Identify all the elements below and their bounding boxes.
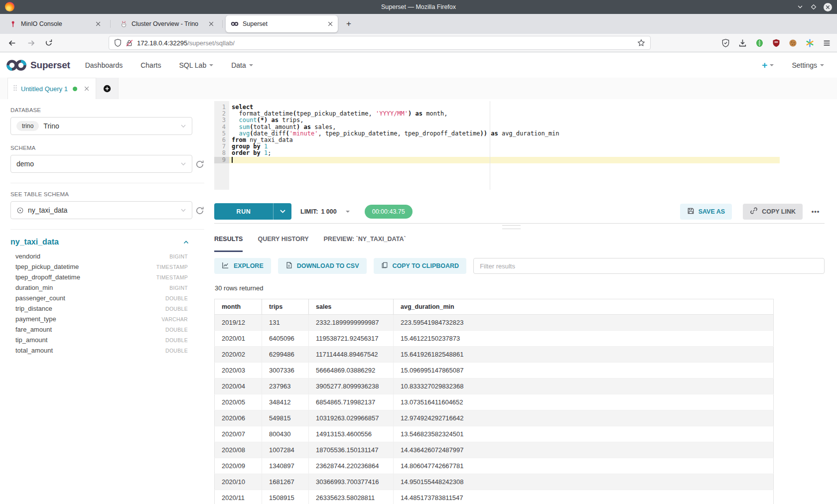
app-nav: DashboardsChartsSQL LabData bbox=[85, 61, 253, 69]
lock-insecure-icon[interactable] bbox=[126, 39, 133, 47]
editor-line[interactable]: 9 bbox=[214, 157, 780, 163]
code-text: group by 1 bbox=[229, 143, 780, 150]
column-row: tpep_dropoff_datetimeTIMESTAMP bbox=[10, 272, 188, 282]
action-button-label: COPY TO CLIPBOARD bbox=[393, 262, 459, 269]
url-bar[interactable]: 172.18.0.4:32295/superset/sqllab/ bbox=[109, 36, 651, 50]
results-tab-preview[interactable]: PREVIEW: `NY_TAXI_DATA` bbox=[324, 229, 406, 252]
sql-toolbar: RUN LIMIT: 1 000 00:00:43.75 SAVE AS COP… bbox=[214, 203, 825, 220]
chevron-down-icon bbox=[346, 211, 350, 213]
browser-tab[interactable]: Cluster Overview - Trino bbox=[115, 15, 219, 32]
new-tab-button[interactable]: + bbox=[343, 18, 355, 30]
table-cell: 10.833327029832368 bbox=[394, 378, 774, 394]
results-tab-query-history[interactable]: QUERY HISTORY bbox=[258, 229, 308, 252]
drag-handle-icon[interactable] bbox=[13, 84, 17, 93]
new-query-tab-button[interactable] bbox=[96, 78, 119, 99]
editor-line[interactable]: 5 avg(date_diff('minute', tpep_pickup_da… bbox=[214, 130, 780, 137]
editor-line[interactable]: 7group by 1 bbox=[214, 143, 780, 150]
superset-logo[interactable]: Superset bbox=[6, 58, 70, 72]
limit-dropdown[interactable]: LIMIT: 1 000 bbox=[300, 208, 350, 215]
refresh-schema-icon[interactable] bbox=[195, 160, 204, 169]
close-icon[interactable] bbox=[84, 86, 89, 91]
nav-item-charts[interactable]: Charts bbox=[140, 61, 161, 69]
results-tab-results[interactable]: RESULTS bbox=[214, 229, 243, 252]
schema-name: demo bbox=[16, 160, 34, 168]
column-header-avg_duration_min[interactable]: avg_duration_min bbox=[394, 299, 774, 315]
column-row: vendoridBIGINT bbox=[10, 251, 188, 261]
pane-resize-grip[interactable] bbox=[502, 225, 521, 229]
refresh-table-icon[interactable] bbox=[195, 206, 204, 215]
column-name: tip_amount bbox=[15, 336, 47, 344]
column-name: trip_distance bbox=[15, 305, 52, 312]
hamburger-menu-icon[interactable] bbox=[823, 39, 831, 47]
collapse-caret-icon[interactable] bbox=[183, 239, 189, 246]
code-token bbox=[261, 149, 264, 156]
more-options-button[interactable]: ••• bbox=[807, 208, 825, 215]
results-actions: EXPLOREDOWNLOAD TO CSVCOPY TO CLIPBOARD bbox=[214, 258, 825, 274]
save-as-button[interactable]: SAVE AS bbox=[680, 204, 732, 220]
back-icon[interactable] bbox=[7, 38, 17, 48]
column-row: duration_minBIGINT bbox=[10, 282, 188, 293]
code-token: count bbox=[239, 117, 257, 124]
see-table-schema-label: SEE TABLE SCHEMA bbox=[10, 191, 214, 197]
code-token: avg bbox=[239, 130, 250, 137]
code-token: group by bbox=[232, 143, 261, 150]
explore-button[interactable]: EXPLORE bbox=[214, 258, 271, 274]
table-select[interactable]: ny_taxi_data bbox=[10, 201, 192, 219]
settings-menu[interactable]: Settings bbox=[792, 61, 824, 69]
tab-close-icon[interactable] bbox=[328, 21, 333, 26]
copy-link-button[interactable]: COPY LINK bbox=[743, 204, 803, 220]
shield-check-icon[interactable] bbox=[721, 39, 730, 47]
database-name: Trino bbox=[43, 122, 59, 130]
column-row: tpep_pickup_datetimeTIMESTAMP bbox=[10, 261, 188, 272]
column-header-sales[interactable]: sales bbox=[309, 299, 394, 315]
column-header-trips[interactable]: trips bbox=[262, 299, 309, 315]
run-button[interactable]: RUN bbox=[214, 203, 291, 220]
bookmark-star-icon[interactable] bbox=[637, 39, 645, 47]
colorful-asterisk-extension-icon[interactable] bbox=[806, 39, 814, 47]
sql-editor[interactable]: 1select2 format_datetime(tpep_pickup_dat… bbox=[214, 101, 780, 190]
code-token: ( bbox=[293, 110, 296, 117]
tab-close-icon[interactable] bbox=[209, 21, 214, 26]
query-status-dot bbox=[73, 87, 77, 91]
window-maximize-icon[interactable] bbox=[810, 3, 817, 10]
query-tab[interactable]: Untitled Query 1 bbox=[7, 78, 96, 99]
line-number: 1 bbox=[214, 104, 229, 111]
run-button-label[interactable]: RUN bbox=[214, 203, 274, 220]
reload-icon[interactable] bbox=[44, 38, 54, 48]
column-name: duration_min bbox=[15, 284, 53, 291]
ublock-shield-icon[interactable] bbox=[772, 39, 780, 47]
code-token: ( bbox=[285, 130, 289, 137]
copy-to-clipboard-button[interactable]: COPY TO CLIPBOARD bbox=[374, 258, 467, 274]
table-cell: 13.073516411604652 bbox=[394, 394, 774, 410]
database-select[interactable]: trino Trino bbox=[10, 117, 192, 135]
forward-icon[interactable] bbox=[26, 38, 36, 48]
editor-line[interactable]: 8order by 1; bbox=[214, 150, 780, 156]
tab-close-icon[interactable] bbox=[96, 21, 101, 26]
browser-tab[interactable]: MinIO Console bbox=[4, 15, 106, 32]
schema-select[interactable]: demo bbox=[10, 155, 192, 173]
window-minimize-icon[interactable] bbox=[797, 3, 804, 10]
nav-item-sql-lab[interactable]: SQL Lab bbox=[179, 61, 213, 69]
browser-toolbar: 172.18.0.4:32295/superset/sqllab/ bbox=[0, 34, 837, 52]
cookie-icon[interactable] bbox=[789, 39, 797, 47]
column-row: payment_typeVARCHAR bbox=[10, 314, 188, 324]
editor-line[interactable]: 6from ny_taxi_data bbox=[214, 137, 780, 143]
table-cell: 2020/01 bbox=[215, 331, 262, 347]
run-options-caret[interactable] bbox=[274, 203, 291, 220]
code-token bbox=[300, 124, 303, 130]
table-cell: 15.096995147865087 bbox=[394, 363, 774, 378]
window-close-icon[interactable] bbox=[824, 3, 832, 11]
browser-tab[interactable]: Superset bbox=[226, 15, 338, 32]
shield-icon[interactable] bbox=[114, 39, 122, 47]
nav-item-data[interactable]: Data bbox=[231, 61, 253, 69]
tab-separator bbox=[110, 20, 111, 28]
column-header-month[interactable]: month bbox=[215, 299, 262, 315]
nav-item-dashboards[interactable]: Dashboards bbox=[85, 61, 123, 69]
query-tab-title: Untitled Query 1 bbox=[21, 85, 68, 93]
add-new-button[interactable]: + bbox=[762, 60, 774, 71]
filter-results-input[interactable] bbox=[473, 258, 825, 274]
green-badge-extension-icon[interactable] bbox=[755, 39, 764, 47]
download-icon[interactable] bbox=[738, 39, 747, 47]
download-to-csv-button[interactable]: DOWNLOAD TO CSV bbox=[278, 258, 367, 274]
table-cell: 223.59541984732823 bbox=[394, 315, 774, 331]
